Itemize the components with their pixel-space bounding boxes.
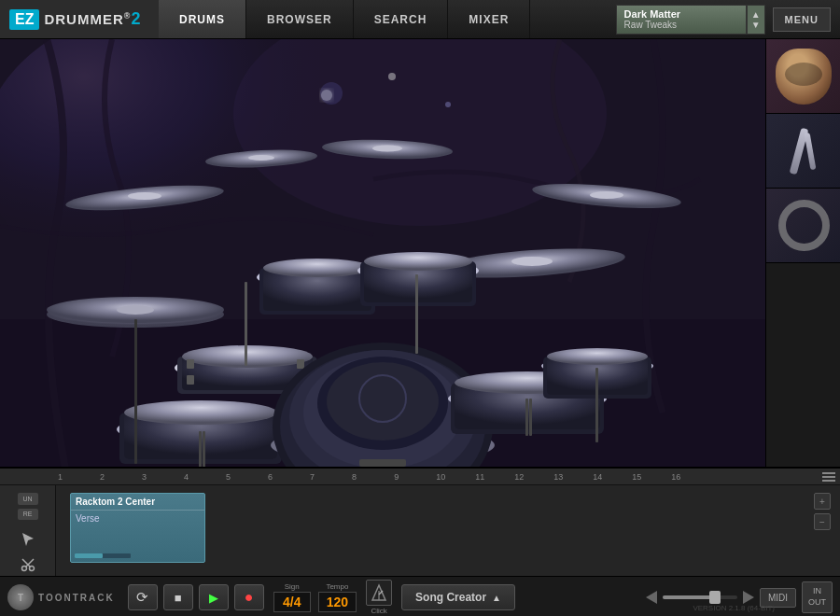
preset-area: Dark Matter Raw Tweaks ▲ ▼ MENU: [616, 0, 840, 38]
track-controls: UN RE: [0, 485, 56, 576]
svg-point-32: [124, 400, 277, 425]
ruler-mark-2: 2: [98, 472, 105, 482]
ruler-mark-7: 7: [308, 472, 315, 482]
ruler-mark-14: 14: [591, 472, 602, 482]
song-creator-label: Song Creator: [415, 591, 486, 604]
play-button[interactable]: ▶: [199, 584, 229, 610]
svg-point-16: [372, 146, 402, 152]
loop-button[interactable]: ⟳: [128, 584, 158, 610]
sign-tempo-display: Sign 4/4 Tempo 120: [273, 582, 357, 612]
svg-rect-57: [134, 319, 137, 464]
volume-slider[interactable]: [663, 595, 737, 599]
thumb-item-2[interactable]: [766, 114, 840, 189]
ruler-mark-4: 4: [182, 472, 189, 482]
ruler-mark-15: 15: [630, 472, 641, 482]
preset-sub: Raw Tweaks: [624, 20, 738, 30]
svg-rect-26: [297, 359, 304, 369]
ruler-mark-13: 13: [552, 472, 563, 482]
ruler-mark-10: 10: [434, 472, 445, 482]
thumb-item-3[interactable]: [766, 189, 840, 263]
preset-name: Dark Matter: [624, 8, 738, 20]
tempo-display: Tempo 120: [318, 582, 357, 612]
ruler-mark-6: 6: [266, 472, 273, 482]
svg-rect-63: [525, 399, 528, 436]
zoom-out-button[interactable]: −: [814, 513, 831, 530]
volume-slider-thumb[interactable]: [709, 591, 721, 604]
svg-marker-66: [22, 533, 34, 546]
timeline-ruler: 1 2 3 4 5 6 7 8 9 10 11 12 13 14 15 16: [0, 469, 840, 485]
track-zoom-controls: + −: [814, 493, 831, 530]
ruler-mark-11: 11: [473, 472, 484, 482]
track-block[interactable]: Racktom 2 Center Verse: [70, 493, 205, 563]
ruler-marks: 1 2 3 4 5 6 7 8 9 10 11 12 13 14 15 16: [56, 472, 690, 482]
click-label: Click: [371, 607, 386, 615]
preset-dropdown[interactable]: Dark Matter Raw Tweaks: [616, 5, 747, 35]
svg-point-10: [117, 305, 154, 315]
ruler-settings[interactable]: [822, 472, 835, 482]
time-signature-display: Sign 4/4: [273, 582, 311, 612]
track-block-progress: [75, 553, 131, 558]
ruler-mark-12: 12: [512, 472, 524, 482]
cursor-tool[interactable]: [21, 531, 35, 550]
stop-button[interactable]: ■: [163, 584, 193, 610]
toontrack-icon: T: [7, 584, 34, 610]
svg-point-48: [364, 252, 472, 271]
track-block-subtitle: Verse: [71, 511, 204, 526]
nav-tabs: DRUMS BROWSER SEARCH MIXER: [159, 0, 530, 38]
svg-point-39: [327, 362, 439, 441]
time-signature-value[interactable]: 4/4: [273, 592, 311, 612]
tab-mixer[interactable]: MIXER: [448, 0, 530, 38]
preset-arrow-button[interactable]: ▲ ▼: [747, 5, 765, 35]
svg-point-12: [128, 192, 161, 200]
click-button-area[interactable]: Click: [366, 580, 392, 615]
song-creator-arrow: ▲: [492, 593, 501, 603]
svg-rect-64: [529, 399, 532, 436]
svg-rect-59: [245, 282, 247, 366]
right-panel: [765, 39, 840, 469]
zoom-in-button[interactable]: +: [814, 493, 831, 510]
svg-rect-25: [187, 359, 194, 369]
svg-rect-65: [595, 368, 598, 442]
svg-point-20: [590, 191, 623, 199]
cut-tool[interactable]: [21, 557, 35, 576]
svg-point-56: [547, 348, 648, 365]
svg-point-18: [511, 257, 553, 266]
svg-rect-62: [203, 431, 205, 469]
tab-browser[interactable]: BROWSER: [246, 0, 354, 38]
ruler-mark-16: 16: [669, 472, 680, 482]
thumb-item-1[interactable]: [766, 39, 840, 114]
record-button[interactable]: ●: [234, 584, 264, 610]
svg-rect-61: [199, 431, 202, 469]
tab-search[interactable]: SEARCH: [354, 0, 449, 38]
svg-point-44: [263, 259, 371, 277]
drum-kit-area: [0, 39, 840, 469]
ruler-mark-1: 1: [56, 472, 63, 482]
ruler-mark-8: 8: [350, 472, 357, 482]
tempo-value[interactable]: 120: [318, 592, 357, 612]
ez-logo: EZ: [9, 9, 39, 30]
app-name: DRUMMER®2: [44, 9, 141, 29]
track-block-title: Racktom 2 Center: [71, 494, 204, 511]
toontrack-text: TOONTRACK: [38, 593, 115, 603]
in-out-button[interactable]: IN OUT: [802, 581, 833, 612]
song-creator-button[interactable]: Song Creator ▲: [401, 584, 515, 610]
logo-area: EZ DRUMMER®2: [0, 0, 159, 38]
top-navigation-bar: EZ DRUMMER®2 DRUMS BROWSER SEARCH MIXER …: [0, 0, 840, 39]
tab-drums[interactable]: DRUMS: [159, 0, 246, 38]
redo-button[interactable]: RE: [18, 509, 38, 521]
svg-rect-27: [187, 375, 194, 385]
drum-kit-svg: [0, 39, 765, 469]
volume-slider-fill: [663, 595, 714, 599]
track-area: UN RE Racktom 2 Center Verse: [0, 485, 840, 576]
undo-button[interactable]: UN: [18, 493, 38, 505]
toontrack-logo: T TOONTRACK: [7, 584, 115, 610]
track-lane: Racktom 2 Center Verse + −: [56, 485, 840, 576]
transport-area: 1 2 3 4 5 6 7 8 9 10 11 12 13 14 15 16: [0, 467, 840, 616]
ez-text: EZ: [15, 11, 34, 27]
track-block-progress-fill: [75, 553, 103, 558]
ruler-mark-9: 9: [392, 472, 399, 482]
ruler-mark-3: 3: [140, 472, 147, 482]
svg-rect-60: [415, 274, 418, 354]
svg-rect-58: [359, 459, 406, 467]
menu-button[interactable]: MENU: [773, 7, 831, 32]
